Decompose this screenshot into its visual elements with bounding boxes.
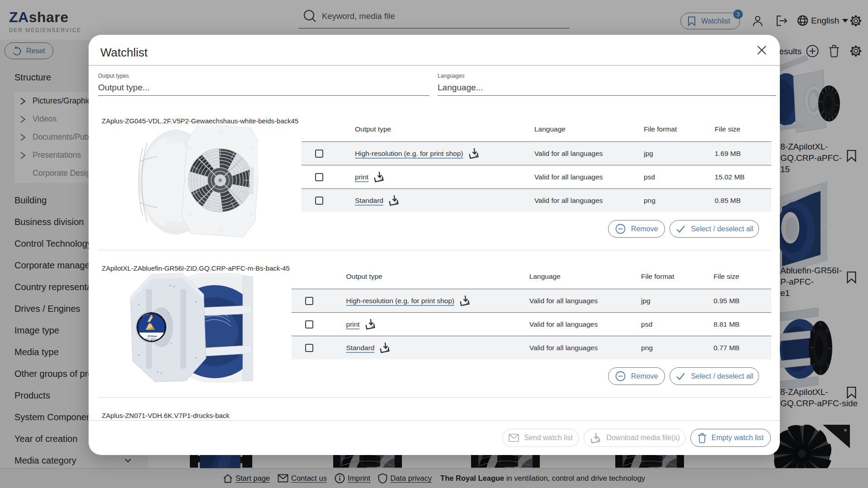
empty-watchlist-label: Empty watch list bbox=[712, 434, 764, 442]
select-deselect-all-button[interactable]: Select / deselect all bbox=[670, 367, 759, 385]
envelope-icon bbox=[509, 434, 519, 442]
column-header-output-type: Output type bbox=[355, 125, 534, 133]
cell-file-format: jpg bbox=[641, 297, 713, 305]
output-type-link[interactable]: print bbox=[355, 173, 368, 181]
remove-button[interactable]: Remove bbox=[608, 367, 665, 385]
column-header-file-size: File size bbox=[713, 272, 771, 281]
output-type-cell: Standard bbox=[355, 195, 534, 206]
download-icon[interactable] bbox=[468, 148, 480, 159]
item-actions: Remove Select / deselect all bbox=[608, 220, 759, 238]
checkbox-cell bbox=[292, 297, 346, 305]
modal-footer: Send watch list Download media file(s) E… bbox=[89, 420, 780, 455]
output-type-link[interactable]: High-resolution (e.g. for print shop) bbox=[355, 150, 463, 158]
cell-file-size: 8.81 MB bbox=[713, 320, 771, 328]
download-media-files-button[interactable]: Download media file(s) bbox=[584, 429, 686, 447]
send-watchlist-button[interactable]: Send watch list bbox=[502, 429, 579, 447]
filter-underline bbox=[438, 95, 776, 96]
minus-circle-icon bbox=[615, 371, 626, 381]
filter-underline bbox=[98, 95, 429, 96]
cell-language: Valid for all languages bbox=[534, 197, 644, 205]
download-icon[interactable] bbox=[364, 319, 376, 330]
row-checkbox[interactable] bbox=[305, 344, 313, 352]
media-title: ZAplus-ZN071-VDH.6K.V7P1-drucks-back bbox=[102, 412, 230, 419]
column-header-language: Language bbox=[534, 125, 644, 133]
cell-language: Valid for all languages bbox=[534, 173, 644, 181]
output-type-cell: High-resolution (e.g. for print shop) bbox=[346, 295, 529, 306]
cell-file-size: 0.95 MB bbox=[713, 297, 771, 305]
checkbox-cell bbox=[302, 173, 355, 181]
media-thumbnail[interactable]: ECblue ZIEHL-ABEGG bbox=[130, 273, 253, 383]
output-type-cell: print bbox=[355, 171, 534, 183]
empty-watchlist-button[interactable]: Empty watch list bbox=[690, 429, 771, 447]
item-divider bbox=[98, 397, 771, 398]
language-filter-label: Languages bbox=[438, 73, 464, 79]
cell-file-size: 0.85 MB bbox=[715, 197, 771, 205]
send-watchlist-label: Send watch list bbox=[524, 434, 573, 442]
cell-language: Valid for all languages bbox=[529, 320, 641, 328]
select-deselect-all-label: Select / deselect all bbox=[691, 372, 754, 380]
download-icon bbox=[590, 432, 601, 444]
cell-file-format: psd bbox=[641, 320, 713, 328]
cell-language: Valid for all languages bbox=[529, 344, 641, 352]
media-files-table: Output type Language File format File si… bbox=[292, 272, 771, 359]
check-icon bbox=[675, 372, 686, 381]
output-type-filter-value[interactable]: Output type... bbox=[98, 83, 150, 93]
cell-file-format: psd bbox=[644, 173, 715, 181]
table-row: High-resolution (e.g. for print shop) Va… bbox=[292, 289, 771, 312]
table-header-row: Output type Language File format File si… bbox=[292, 272, 771, 289]
column-header-language: Language bbox=[529, 272, 641, 281]
cell-language: Valid for all languages bbox=[534, 150, 644, 158]
modal-header: Watchlist bbox=[89, 35, 780, 66]
column-header-output-type: Output type bbox=[346, 272, 529, 281]
cell-file-format: png bbox=[641, 344, 713, 352]
watchlist-modal: Watchlist Output types Output type... La… bbox=[89, 35, 780, 455]
media-title: ZAplus-ZG045-VDL.2F.V5P2-Gewaechshaus-wh… bbox=[102, 117, 298, 125]
centrifugal-fan-image: ECblue ZIEHL-ABEGG bbox=[130, 273, 253, 383]
media-thumbnail[interactable] bbox=[136, 126, 258, 237]
checkbox-cell bbox=[302, 150, 355, 158]
output-type-cell: print bbox=[346, 319, 529, 330]
checkbox-cell bbox=[292, 344, 346, 352]
output-type-link[interactable]: High-resolution (e.g. for print shop) bbox=[346, 297, 455, 305]
output-type-filter-label: Output types bbox=[98, 73, 129, 79]
table-header-row: Output type Language File format File si… bbox=[302, 125, 771, 141]
row-checkbox[interactable] bbox=[305, 297, 313, 305]
remove-button-label: Remove bbox=[631, 372, 658, 380]
output-type-cell: High-resolution (e.g. for print shop) bbox=[355, 148, 534, 159]
cell-file-format: jpg bbox=[644, 150, 715, 158]
remove-button[interactable]: Remove bbox=[608, 220, 665, 238]
select-deselect-all-button[interactable]: Select / deselect all bbox=[670, 220, 759, 238]
cell-language: Valid for all languages bbox=[529, 297, 641, 305]
download-icon[interactable] bbox=[459, 295, 471, 306]
column-header-file-format: File format bbox=[641, 272, 713, 281]
download-icon[interactable] bbox=[373, 171, 385, 183]
download-media-files-label: Download media file(s) bbox=[606, 434, 680, 442]
cell-file-size: 15.02 MB bbox=[715, 173, 771, 181]
download-icon[interactable] bbox=[388, 195, 400, 206]
table-row: Standard Valid for all languages png 0.8… bbox=[302, 188, 771, 212]
output-type-link[interactable]: Standard bbox=[346, 344, 375, 352]
close-icon[interactable] bbox=[756, 44, 768, 56]
download-icon[interactable] bbox=[379, 342, 391, 353]
axial-fan-image bbox=[136, 126, 258, 237]
item-divider bbox=[98, 250, 771, 250]
output-type-link[interactable]: Standard bbox=[355, 197, 383, 205]
remove-button-label: Remove bbox=[631, 225, 658, 233]
output-type-cell: Standard bbox=[346, 342, 529, 353]
item-actions: Remove Select / deselect all bbox=[608, 367, 759, 385]
row-checkbox[interactable] bbox=[305, 320, 313, 328]
table-row: High-resolution (e.g. for print shop) Va… bbox=[302, 141, 771, 165]
column-header-file-size: File size bbox=[715, 125, 771, 133]
cell-file-size: 1.69 MB bbox=[715, 150, 771, 158]
row-checkbox[interactable] bbox=[315, 173, 323, 181]
row-checkbox[interactable] bbox=[315, 197, 323, 205]
media-title: ZApilotXL-ZAbluefin-GR56I-ZID.GQ.CRP-aPF… bbox=[102, 264, 290, 272]
svg-text:ECblue: ECblue bbox=[148, 335, 157, 338]
table-row: print Valid for all languages psd 15.02 … bbox=[302, 165, 771, 188]
cell-file-size: 0.77 MB bbox=[713, 344, 771, 352]
table-row: Standard Valid for all languages png 0.7… bbox=[292, 336, 771, 359]
output-type-link[interactable]: print bbox=[346, 320, 360, 328]
language-filter-value[interactable]: Language... bbox=[438, 83, 483, 93]
row-checkbox[interactable] bbox=[315, 150, 323, 158]
modal-title: Watchlist bbox=[100, 46, 148, 60]
